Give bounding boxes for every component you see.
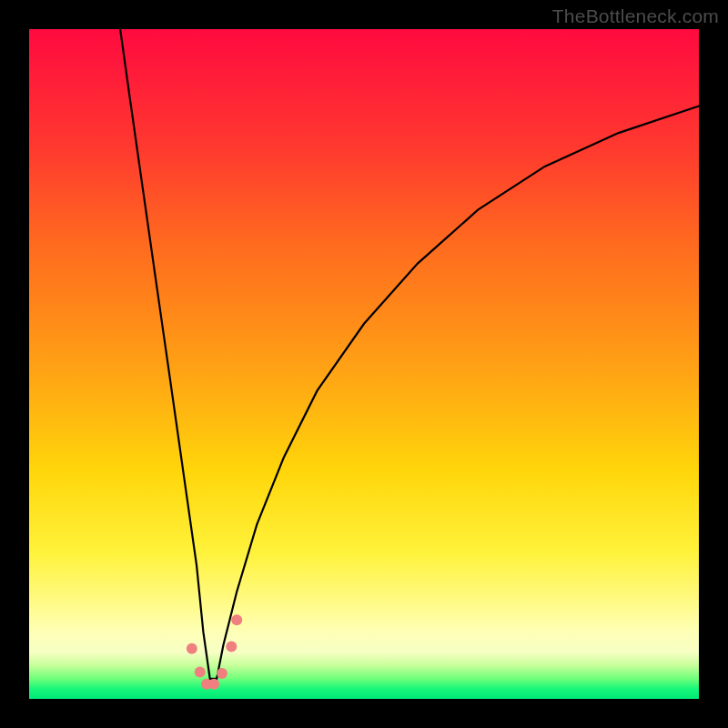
sweet-spot-marker [226, 642, 237, 652]
bottleneck-curve-line [120, 29, 699, 679]
sweet-spot-marker [231, 614, 242, 625]
plot-area [29, 29, 699, 699]
sweet-spot-marker [208, 679, 219, 690]
sweet-spot-marker [195, 667, 206, 678]
curve-layer [29, 29, 699, 699]
sweet-spot-marker [187, 643, 197, 654]
chart-frame: TheBottleneck.com [0, 0, 728, 728]
watermark-text: TheBottleneck.com [552, 5, 719, 27]
sweet-spot-marker [217, 668, 228, 679]
